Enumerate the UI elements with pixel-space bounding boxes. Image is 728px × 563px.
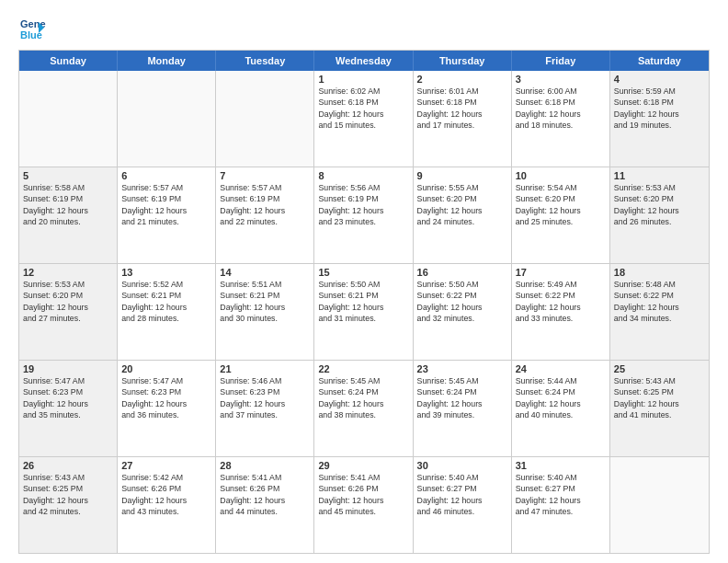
day-cell-4: 4Sunrise: 5:59 AM Sunset: 6:18 PM Daylig… xyxy=(610,71,709,167)
day-cell-2: 2Sunrise: 6:01 AM Sunset: 6:18 PM Daylig… xyxy=(414,71,512,167)
logo-icon: General Blue xyxy=(18,15,46,42)
calendar-row-3: 19Sunrise: 5:47 AM Sunset: 6:23 PM Dayli… xyxy=(19,360,709,456)
cell-info: Sunrise: 6:02 AM Sunset: 6:18 PM Dayligh… xyxy=(318,86,408,131)
cell-info: Sunrise: 5:53 AM Sunset: 6:20 PM Dayligh… xyxy=(23,279,113,324)
day-number: 3 xyxy=(516,74,606,85)
day-cell-14: 14Sunrise: 5:51 AM Sunset: 6:21 PM Dayli… xyxy=(216,264,314,360)
day-number: 26 xyxy=(23,460,113,471)
day-cell-18: 18Sunrise: 5:48 AM Sunset: 6:22 PM Dayli… xyxy=(610,264,709,360)
cell-info: Sunrise: 5:52 AM Sunset: 6:21 PM Dayligh… xyxy=(121,279,211,324)
day-cell-16: 16Sunrise: 5:50 AM Sunset: 6:22 PM Dayli… xyxy=(414,264,512,360)
cell-info: Sunrise: 5:57 AM Sunset: 6:19 PM Dayligh… xyxy=(220,182,310,227)
day-number: 22 xyxy=(318,363,408,374)
day-cell-20: 20Sunrise: 5:47 AM Sunset: 6:23 PM Dayli… xyxy=(118,361,216,456)
day-number: 13 xyxy=(121,267,211,278)
day-number: 29 xyxy=(318,460,408,471)
day-number: 16 xyxy=(417,267,507,278)
day-number: 18 xyxy=(614,267,705,278)
day-cell-25: 25Sunrise: 5:43 AM Sunset: 6:25 PM Dayli… xyxy=(610,361,709,456)
empty-cell xyxy=(610,457,709,553)
day-cell-26: 26Sunrise: 5:43 AM Sunset: 6:25 PM Dayli… xyxy=(19,457,118,553)
day-cell-24: 24Sunrise: 5:44 AM Sunset: 6:24 PM Dayli… xyxy=(512,361,610,456)
day-cell-17: 17Sunrise: 5:49 AM Sunset: 6:22 PM Dayli… xyxy=(512,264,610,360)
cell-info: Sunrise: 5:45 AM Sunset: 6:24 PM Dayligh… xyxy=(417,375,507,420)
day-number: 1 xyxy=(318,74,408,85)
day-cell-21: 21Sunrise: 5:46 AM Sunset: 6:23 PM Dayli… xyxy=(216,361,314,456)
day-number: 6 xyxy=(121,170,211,181)
cell-info: Sunrise: 5:40 AM Sunset: 6:27 PM Dayligh… xyxy=(516,472,606,517)
day-cell-3: 3Sunrise: 6:00 AM Sunset: 6:18 PM Daylig… xyxy=(512,71,610,167)
day-number: 7 xyxy=(220,170,310,181)
cell-info: Sunrise: 5:42 AM Sunset: 6:26 PM Dayligh… xyxy=(121,472,211,517)
calendar-row-1: 5Sunrise: 5:58 AM Sunset: 6:19 PM Daylig… xyxy=(19,167,709,263)
day-header-thursday: Thursday xyxy=(414,51,512,71)
day-cell-1: 1Sunrise: 6:02 AM Sunset: 6:18 PM Daylig… xyxy=(314,71,413,167)
calendar-header: SundayMondayTuesdayWednesdayThursdayFrid… xyxy=(19,51,709,71)
calendar-row-0: 1Sunrise: 6:02 AM Sunset: 6:18 PM Daylig… xyxy=(19,71,709,167)
calendar-row-2: 12Sunrise: 5:53 AM Sunset: 6:20 PM Dayli… xyxy=(19,263,709,360)
cell-info: Sunrise: 5:51 AM Sunset: 6:21 PM Dayligh… xyxy=(220,279,310,324)
day-cell-23: 23Sunrise: 5:45 AM Sunset: 6:24 PM Dayli… xyxy=(414,361,512,456)
cell-info: Sunrise: 5:53 AM Sunset: 6:20 PM Dayligh… xyxy=(614,182,705,227)
cell-info: Sunrise: 5:45 AM Sunset: 6:24 PM Dayligh… xyxy=(318,375,408,420)
cell-info: Sunrise: 5:55 AM Sunset: 6:20 PM Dayligh… xyxy=(417,182,507,227)
day-cell-5: 5Sunrise: 5:58 AM Sunset: 6:19 PM Daylig… xyxy=(19,167,118,263)
day-cell-8: 8Sunrise: 5:56 AM Sunset: 6:19 PM Daylig… xyxy=(314,167,413,263)
day-cell-31: 31Sunrise: 5:40 AM Sunset: 6:27 PM Dayli… xyxy=(512,457,610,553)
cell-info: Sunrise: 5:50 AM Sunset: 6:22 PM Dayligh… xyxy=(417,279,507,324)
day-cell-30: 30Sunrise: 5:40 AM Sunset: 6:27 PM Dayli… xyxy=(414,457,512,553)
empty-cell xyxy=(216,71,314,167)
cell-info: Sunrise: 5:56 AM Sunset: 6:19 PM Dayligh… xyxy=(318,182,408,227)
day-cell-6: 6Sunrise: 5:57 AM Sunset: 6:19 PM Daylig… xyxy=(118,167,216,263)
calendar-body: 1Sunrise: 6:02 AM Sunset: 6:18 PM Daylig… xyxy=(19,71,709,553)
day-number: 8 xyxy=(318,170,408,181)
cell-info: Sunrise: 5:40 AM Sunset: 6:27 PM Dayligh… xyxy=(417,472,507,517)
day-cell-9: 9Sunrise: 5:55 AM Sunset: 6:20 PM Daylig… xyxy=(414,167,512,263)
header: General Blue xyxy=(18,15,710,42)
day-number: 20 xyxy=(121,363,211,374)
cell-info: Sunrise: 5:50 AM Sunset: 6:21 PM Dayligh… xyxy=(318,279,408,324)
empty-cell xyxy=(19,71,118,167)
logo: General Blue xyxy=(18,15,50,42)
calendar-row-4: 26Sunrise: 5:43 AM Sunset: 6:25 PM Dayli… xyxy=(19,456,709,553)
day-number: 31 xyxy=(516,460,606,471)
day-number: 24 xyxy=(516,363,606,374)
day-number: 12 xyxy=(23,267,113,278)
calendar: SundayMondayTuesdayWednesdayThursdayFrid… xyxy=(18,50,710,554)
day-number: 5 xyxy=(23,170,113,181)
day-cell-19: 19Sunrise: 5:47 AM Sunset: 6:23 PM Dayli… xyxy=(19,361,118,456)
day-number: 11 xyxy=(614,170,705,181)
day-cell-13: 13Sunrise: 5:52 AM Sunset: 6:21 PM Dayli… xyxy=(118,264,216,360)
day-cell-15: 15Sunrise: 5:50 AM Sunset: 6:21 PM Dayli… xyxy=(314,264,413,360)
day-number: 17 xyxy=(516,267,606,278)
cell-info: Sunrise: 5:58 AM Sunset: 6:19 PM Dayligh… xyxy=(23,182,113,227)
cell-info: Sunrise: 6:00 AM Sunset: 6:18 PM Dayligh… xyxy=(516,86,606,131)
day-cell-7: 7Sunrise: 5:57 AM Sunset: 6:19 PM Daylig… xyxy=(216,167,314,263)
cell-info: Sunrise: 5:47 AM Sunset: 6:23 PM Dayligh… xyxy=(23,375,113,420)
cell-info: Sunrise: 5:44 AM Sunset: 6:24 PM Dayligh… xyxy=(516,375,606,420)
day-header-saturday: Saturday xyxy=(610,51,709,71)
empty-cell xyxy=(118,71,216,167)
day-header-friday: Friday xyxy=(512,51,610,71)
cell-info: Sunrise: 5:41 AM Sunset: 6:26 PM Dayligh… xyxy=(318,472,408,517)
day-header-sunday: Sunday xyxy=(19,51,118,71)
page: General Blue SundayMondayTuesdayWednesda… xyxy=(0,0,728,563)
day-cell-12: 12Sunrise: 5:53 AM Sunset: 6:20 PM Dayli… xyxy=(19,264,118,360)
cell-info: Sunrise: 5:43 AM Sunset: 6:25 PM Dayligh… xyxy=(23,472,113,517)
day-number: 23 xyxy=(417,363,507,374)
cell-info: Sunrise: 6:01 AM Sunset: 6:18 PM Dayligh… xyxy=(417,86,507,131)
day-number: 21 xyxy=(220,363,310,374)
day-number: 28 xyxy=(220,460,310,471)
cell-info: Sunrise: 5:48 AM Sunset: 6:22 PM Dayligh… xyxy=(614,279,705,324)
day-header-tuesday: Tuesday xyxy=(216,51,314,71)
day-number: 9 xyxy=(417,170,507,181)
day-number: 27 xyxy=(121,460,211,471)
day-cell-28: 28Sunrise: 5:41 AM Sunset: 6:26 PM Dayli… xyxy=(216,457,314,553)
day-cell-27: 27Sunrise: 5:42 AM Sunset: 6:26 PM Dayli… xyxy=(118,457,216,553)
day-header-wednesday: Wednesday xyxy=(314,51,413,71)
cell-info: Sunrise: 5:49 AM Sunset: 6:22 PM Dayligh… xyxy=(516,279,606,324)
cell-info: Sunrise: 5:54 AM Sunset: 6:20 PM Dayligh… xyxy=(516,182,606,227)
day-header-monday: Monday xyxy=(118,51,216,71)
day-cell-29: 29Sunrise: 5:41 AM Sunset: 6:26 PM Dayli… xyxy=(314,457,413,553)
day-number: 4 xyxy=(614,74,705,85)
